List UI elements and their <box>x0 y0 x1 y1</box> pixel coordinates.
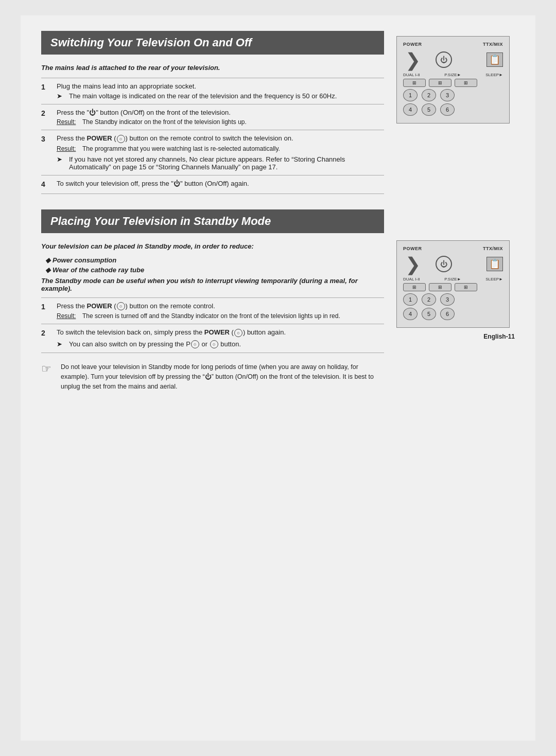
step-body-4: To switch your television off, press the… <box>57 180 384 189</box>
tv-num-2-2: 2 <box>422 293 436 306</box>
tv-power-btn-1: ⏻ <box>436 51 452 68</box>
bottom-note-row: ☞ Do not leave your television in Standb… <box>41 358 384 395</box>
tv-num-1-2: 1 <box>403 293 418 306</box>
tv-btn-psize-2: ⊞ <box>429 283 451 291</box>
section-standby: Placing Your Television in Standby Mode … <box>41 209 515 396</box>
ttx-icon-2: 📋 <box>486 257 503 271</box>
page: Switching Your Television On and Off The… <box>21 15 535 741</box>
tv-btn-row-1: ⊞ ⊞ ⊞ <box>403 79 503 87</box>
section-standby-content: Placing Your Television in Standby Mode … <box>41 209 384 396</box>
standby-mode-note: The Standby mode can be useful when you … <box>41 277 384 292</box>
step-body-1: Plug the mains lead into an appropriate … <box>57 82 384 100</box>
step-result-2: Result: The Standby indicator on the fro… <box>57 118 384 126</box>
tv-num-4-1: 4 <box>403 103 418 116</box>
standby-step-main-2: To switch the television back on, simply… <box>57 328 384 337</box>
standby-intro: Your television can be placed in Standby… <box>41 242 384 292</box>
steps-list-standby: 1 Press the POWER (○) button on the remo… <box>41 297 384 354</box>
power-area-1: POWER <box>403 42 422 47</box>
result-label-2: Result: <box>57 118 78 126</box>
arrow-icon-standby-2: ➤ <box>57 340 65 349</box>
footer-page: English-11 <box>396 328 515 340</box>
result-text-2: The Standby indicator on the front of th… <box>82 118 384 126</box>
step-body-3: Press the POWER (○) button on the remote… <box>57 134 384 171</box>
bullet-icon-2: ◆ <box>45 266 50 274</box>
bullet-item-2: ◆ Wear of the cathode ray tube <box>45 266 384 274</box>
step-num-1: 1 <box>41 82 50 100</box>
tv-diagram-1: POWER TTX/MIX ❯ ⏻ 📋 DUAL I-II P.S <box>396 36 510 124</box>
steps-list-switching: 1 Plug the mains lead into an appropriat… <box>41 78 384 194</box>
tv-btn-dual-1: ⊞ <box>403 79 426 87</box>
ttx-label-1: TTX/MIX <box>483 42 503 47</box>
tv-num-4-2: 4 <box>403 308 418 320</box>
standby-result-1: Result: The screen is turned off and the… <box>57 312 384 320</box>
ttx-icon-1: 📋 <box>486 52 503 67</box>
step-main-2: Press the "⏻" button (On/Off) on the fro… <box>57 109 384 116</box>
tv-num-6-1: 6 <box>440 103 455 116</box>
section-switching-content: Switching Your Television On and Off The… <box>41 31 384 194</box>
standby-result-label-1: Result: <box>57 312 78 320</box>
section-switching-subtitle: The mains lead is attached to the rear o… <box>41 64 384 72</box>
step-2: 2 Press the "⏻" button (On/Off) on the f… <box>41 104 384 130</box>
step-main-4: To switch your television off, press the… <box>57 180 384 187</box>
power-label-2: POWER <box>403 246 422 251</box>
tv-icons-row-1: ❯ ⏻ 📋 <box>403 50 503 69</box>
step-num-4: 4 <box>41 180 50 189</box>
bullet-text-2: Wear of the cathode ray tube <box>53 266 144 274</box>
tv-num-5-2: 5 <box>422 308 436 320</box>
result-label-3: Result: <box>57 145 78 152</box>
bottom-note-text: Do not leave your television in Standby … <box>61 362 384 391</box>
standby-subtitle: Your television can be placed in Standby… <box>41 242 384 250</box>
step-note-indent-3: ➤ If you have not yet stored any channel… <box>57 155 384 171</box>
dual-label-1: DUAL I-II <box>403 73 420 77</box>
step-main-1: Plug the mains lead into an appropriate … <box>57 82 384 90</box>
tv-panel-section1: POWER TTX/MIX ❯ ⏻ 📋 DUAL I-II P.S <box>396 31 515 194</box>
section-switching: Switching Your Television On and Off The… <box>41 31 515 194</box>
tv-num-row-bot-2: 4 5 6 <box>403 308 503 320</box>
standby-step-main-1: Press the POWER (○) button on the remote… <box>57 302 384 311</box>
standby-step-body-1: Press the POWER (○) button on the remote… <box>57 302 384 320</box>
dual-label-2: DUAL I-II <box>403 277 420 282</box>
tv-row-labels-1: DUAL I-II P.SIZE► SLEEP► <box>403 73 503 77</box>
tv-num-1-1: 1 <box>403 89 418 101</box>
tv-btn-row-2: ⊞ ⊞ ⊞ <box>403 283 503 291</box>
tv-btn-dual-2: ⊞ <box>403 283 426 291</box>
chevron-icon-2: ❯ <box>405 255 421 274</box>
step-1: 1 Plug the mains lead into an appropriat… <box>41 78 384 104</box>
tv-num-row-top-2: 1 2 3 <box>403 293 503 306</box>
standby-step-indent-2: ➤ You can also switch on by pressing the… <box>57 340 384 349</box>
tv-panel-top-2: POWER TTX/MIX <box>403 246 503 251</box>
step-num-2: 2 <box>41 109 50 126</box>
ttx-label-2: TTX/MIX <box>483 246 503 251</box>
tv-num-3-2: 3 <box>440 293 455 306</box>
step-result-3: Result: The programme that you were watc… <box>57 145 384 152</box>
step-indent-text-1: The main voltage is indicated on the rea… <box>69 92 337 100</box>
tv-num-row-bot-1: 4 5 6 <box>403 103 503 116</box>
sleep-label-1: SLEEP► <box>485 73 503 77</box>
step-indent-1: ➤ The main voltage is indicated on the r… <box>57 92 384 100</box>
bullet-icon-1: ◆ <box>45 256 50 264</box>
tv-num-5-1: 5 <box>422 103 436 116</box>
tv-btn-psize-1: ⊞ <box>429 79 451 87</box>
tv-btn-sleep-2: ⊞ <box>455 283 477 291</box>
standby-result-text-1: The screen is turned off and the Standby… <box>82 312 384 320</box>
arrow-icon-1: ➤ <box>57 92 65 100</box>
power-area-2: POWER <box>403 246 422 251</box>
psize-label-2: P.SIZE► <box>444 277 461 282</box>
step-num-3: 3 <box>41 134 50 171</box>
psize-label-1: P.SIZE► <box>444 73 461 77</box>
step-4: 4 To switch your television off, press t… <box>41 175 384 194</box>
standby-note-text-2: You can also switch on by pressing the P… <box>69 340 241 349</box>
sleep-label-2: SLEEP► <box>485 277 503 282</box>
bullet-list: ◆ Power consumption ◆ Wear of the cathod… <box>45 256 384 274</box>
power-label-1: POWER <box>403 42 422 47</box>
tv-power-btn-2: ⏻ <box>436 256 452 272</box>
arrow-icon-3: ➤ <box>57 155 65 171</box>
tv-icons-row-2: ❯ ⏻ 📋 <box>403 254 503 274</box>
tv-row-labels-2: DUAL I-II P.SIZE► SLEEP► <box>403 277 503 282</box>
tv-diagram-2: POWER TTX/MIX ❯ ⏻ 📋 DUAL I-II P.S <box>396 240 510 328</box>
step-note-text-3: If you have not yet stored any channels,… <box>69 155 384 171</box>
result-text-3: The programme that you were watching las… <box>82 145 384 152</box>
step-3: 3 Press the POWER (○) button on the remo… <box>41 130 384 175</box>
tv-num-6-2: 6 <box>440 308 455 320</box>
note-icon: ☞ <box>41 362 56 391</box>
